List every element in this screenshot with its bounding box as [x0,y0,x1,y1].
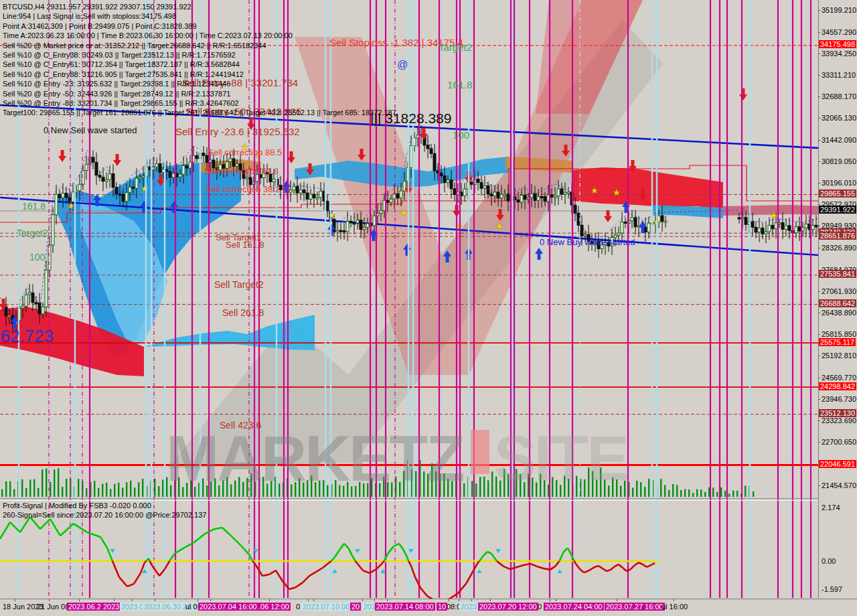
price-tick-label: 26438.890 [822,309,856,317]
axis-tick-mark [818,313,820,313]
price-badge: 34175.498 [819,40,856,48]
time-tick-mark [387,599,388,601]
axis-tick-mark [818,96,820,97]
axis-tick-mark [818,226,820,226]
chart-annotation: Sell 161.8 [226,240,264,250]
indicator-title: Profit-Signal | Modified By FSB3 -0.020 … [3,501,206,510]
price-axis[interactable]: 35199.21034557.29033934.25033311.2103268… [818,0,857,598]
watermark-text-left: MARKETZ [166,421,463,495]
time-axis[interactable]: 18 Jun 202321 Jun 08:002023.06.22023.020… [0,599,857,616]
time-tick-mark [362,599,363,601]
chart-annotation: Sell correction 38.2 [206,184,280,194]
time-label: 2023.07.10 00 [301,603,351,611]
price-badge: 22046.591 [819,460,856,468]
price-tick-label: 30819.050 [822,157,856,165]
axis-tick-mark [818,420,820,421]
time-tick-mark [132,599,133,601]
price-tick-label: 23946.730 [822,395,856,403]
sub-indicator-tick-label: 0.00 [822,557,836,565]
price-badge: 23512.130 [819,409,856,417]
sub-indicator-tick-label: -1.597 [822,585,842,593]
chart-annotation: Sell Entry -23.6 | 31925.632 [175,126,300,137]
chart-annotation: Sell Target2 [214,279,264,290]
price-tick-label: 21454.570 [822,481,856,489]
price-tick-label: 33311.210 [822,71,856,79]
chart-annotation: Sell correction 88.5 [208,147,282,157]
axis-tick-mark [818,334,820,335]
chart-annotation: Target2 [439,42,472,53]
info-line: Line:954 | Last Signal is:Sell with stop… [3,11,396,21]
price-tick-label: 22700.650 [822,438,856,446]
price-tick-label: 28326.890 [822,244,856,252]
time-tick-mark [459,599,459,601]
watermark-red-bar-icon [471,430,489,474]
price-tick-label: 33934.250 [822,50,856,58]
sub-indicator [0,517,659,601]
indicator-signal-status: 260-Signal=Sell since:2023.07.20 16:00:0… [3,510,206,520]
chart-annotation: 100 [453,129,469,141]
cross-marker-icon [557,569,562,573]
time-tick-mark [617,599,617,601]
chart-annotation: Target2 [17,228,48,238]
axis-tick-mark [818,485,820,486]
star-icon: ★ [613,187,621,198]
price-badge: 25575.117 [819,338,856,346]
price-tick-label: 32688.170 [822,92,856,100]
time-tick-mark [374,599,375,601]
time-tick-mark [198,599,198,601]
chart-annotation: 262.723 [0,326,54,347]
info-line: BTCUSD,H4 29311.957 29391.922 29307.150 … [3,2,396,11]
star-icon: ★ [495,221,503,231]
axis-tick-mark [818,140,820,141]
time-label: ul 0 [185,603,198,611]
time-label: 2023.07.27 16:00 [605,603,665,611]
chart-annotation: 0 New Buy Wave started [540,237,635,247]
info-line: Sell %20 @ Market price or at: 31352.212… [3,41,396,50]
time-tick-mark [556,599,556,601]
cross-marker-icon [355,549,360,553]
time-tick-mark [49,599,50,601]
price-tick-label: 30196.010 [822,179,856,187]
watermark-text-right: SITE [493,422,627,495]
info-line: Sell %20 @ Entry -50: 32443.926 || Targe… [3,89,396,98]
time-tick-mark [15,599,15,601]
price-tick-label: 24569.770 [822,374,856,382]
chart-annotation: @ [397,59,408,71]
axis-tick-mark [818,248,820,248]
cross-marker-icon [477,569,482,573]
sell-arrow-icon [58,150,66,162]
chart-annotation: Sell 423.6 [220,420,261,431]
price-tick-label: 31442.090 [822,136,856,144]
info-line: Target100: 29865.155 || Target 161: 2865… [3,108,396,117]
time-tick-mark [269,599,270,601]
price-tick-label: 25192.810 [822,352,856,360]
time-label: .06 12:00 [257,603,291,611]
cross-marker-icon [332,569,337,573]
info-line: Sell %10 @ C_Entry38: 30249.03 || Target… [3,50,396,60]
time-label: 2023.07.14 08:00 [375,603,435,611]
axis-tick-mark [818,399,820,400]
price-tick-label: 32065.130 [822,114,856,122]
trading-chart-window: ★★★★★★★★★★★★★★ MARKETZ SITE BTCUSD,H4 29… [0,0,857,616]
time-label: 20 [350,603,361,611]
info-line: Sell %20 @ Entry -88: 33201.734 || Targe… [3,98,396,108]
axis-tick-mark [818,183,820,183]
indicator-header: Profit-Signal | Modified By FSB3 -0.020 … [3,501,206,520]
time-tick-mark [79,599,80,601]
time-tick-mark [313,599,314,601]
time-tick-mark [490,599,491,601]
info-line: Sell %10 @ C_Entry61: 30712.354 || Targe… [3,60,396,69]
chart-annotation: 0 New Sell wave started [44,125,137,135]
price-tick-label: 35199.210 [822,6,856,14]
axis-tick-mark [818,204,820,205]
star-icon: ★ [141,183,149,194]
cross-marker-icon [495,549,501,553]
sub-indicator-tick-label: 2.174 [822,504,840,512]
star-icon: ★ [770,210,778,220]
price-tick-label: 25815.850 [822,330,856,338]
chart-annotation: 100 [29,252,45,262]
axis-tick-mark [818,291,820,292]
star-icon: ★ [400,208,408,218]
info-block: BTCUSD,H4 29311.957 29391.922 29307.150 … [3,2,396,118]
panel-separator[interactable] [0,498,857,501]
